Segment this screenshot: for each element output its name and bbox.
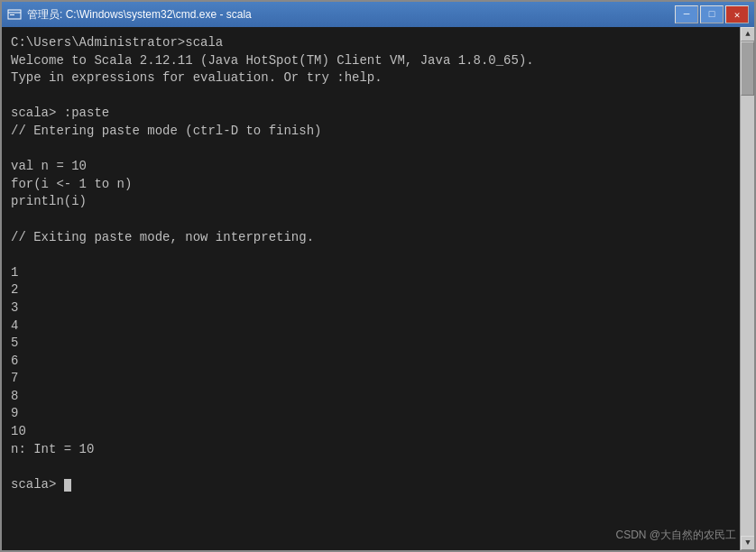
scroll-up-button[interactable]: ▲ bbox=[741, 27, 754, 41]
terminal-body: C:\Users\Administrator>scala Welcome to … bbox=[2, 27, 754, 550]
cmd-window: 管理员: C:\Windows\system32\cmd.exe - scala… bbox=[0, 0, 756, 552]
scroll-track[interactable] bbox=[741, 41, 754, 536]
close-button[interactable]: ✕ bbox=[725, 5, 749, 23]
title-bar: 管理员: C:\Windows\system32\cmd.exe - scala… bbox=[2, 2, 754, 27]
terminal-cursor bbox=[64, 479, 71, 492]
terminal-output[interactable]: C:\Users\Administrator>scala Welcome to … bbox=[2, 27, 740, 550]
svg-rect-2 bbox=[10, 14, 14, 15]
maximize-button[interactable]: □ bbox=[700, 5, 724, 23]
watermark: CSDN @大自然的农民工 bbox=[615, 528, 736, 543]
minimize-button[interactable]: ─ bbox=[675, 5, 698, 23]
app-icon bbox=[7, 7, 22, 22]
window-controls: ─ □ ✕ bbox=[675, 5, 749, 23]
scroll-down-button[interactable]: ▼ bbox=[741, 536, 754, 550]
window-title: 管理员: C:\Windows\system32\cmd.exe - scala bbox=[27, 7, 669, 23]
scroll-thumb[interactable] bbox=[741, 41, 754, 96]
scrollbar[interactable]: ▲ ▼ bbox=[740, 27, 754, 550]
